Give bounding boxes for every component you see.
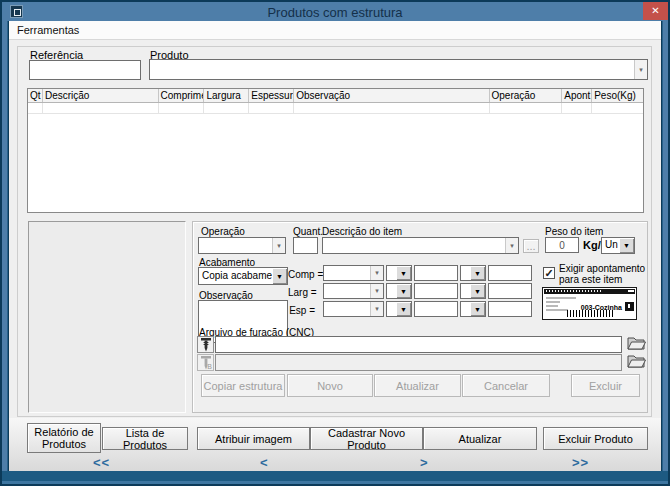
column-header-observacao[interactable]: Observação — [294, 89, 489, 102]
etiqueta-square — [625, 302, 634, 311]
excluir-item-button[interactable]: Excluir — [571, 374, 640, 397]
peso-input[interactable] — [545, 237, 579, 253]
chevron-down-icon[interactable]: ▼ — [272, 268, 287, 284]
acabamento-combo[interactable]: Copia acabamento ▼ — [198, 267, 288, 285]
larg-combo-3[interactable]: ▼ — [460, 283, 486, 299]
comp-combo-3[interactable]: ▼ — [460, 265, 486, 281]
operacao-combo[interactable]: ▾ — [198, 237, 286, 254]
esp-input-2[interactable] — [488, 301, 532, 317]
esp-combo-3[interactable]: ▼ — [460, 301, 486, 317]
column-header-apont[interactable]: Apont. — [562, 89, 592, 102]
lista-produtos-button[interactable]: Lista de Produtos — [102, 427, 188, 450]
nav-next-button[interactable]: > — [420, 455, 429, 470]
browse-item-button[interactable]: ... — [523, 239, 539, 253]
cancelar-button[interactable]: Cancelar — [462, 374, 550, 397]
nav-first-button[interactable]: << — [93, 455, 110, 470]
column-header-descricao[interactable]: Descrição — [43, 89, 159, 102]
table-row[interactable] — [28, 103, 643, 114]
quant-input[interactable] — [293, 237, 318, 254]
comp-label: Comp = — [288, 269, 315, 280]
atribuir-imagem-button[interactable]: Atribuir imagem — [197, 427, 310, 450]
exigir-apontamento-checkbox[interactable]: ✓ — [543, 267, 555, 279]
column-header-peso[interactable]: Peso(Kg) — [592, 89, 643, 102]
app-window: Produtos com estrutura ✕ Ferramentas Ref… — [0, 0, 670, 486]
chevron-down-icon[interactable]: ▼ — [396, 284, 411, 298]
larg-input-2[interactable] — [488, 283, 532, 299]
drill-tool-button-bottom[interactable]: B — [197, 354, 214, 371]
exigir-apontamento-label-1: Exigir apontamento — [559, 263, 645, 274]
column-header-operacao[interactable]: Operação — [490, 89, 563, 102]
cnc-file-input-bottom — [215, 354, 622, 371]
chevron-down-icon[interactable]: ▾ — [634, 60, 647, 79]
chevron-down-icon[interactable]: ▼ — [619, 238, 634, 253]
chevron-down-icon[interactable]: ▾ — [370, 266, 383, 280]
comp-combo-1[interactable]: ▾ — [323, 265, 384, 281]
descricao-item-label: Descrição do item — [322, 226, 402, 237]
excluir-produto-button[interactable]: Excluir Produto — [543, 427, 648, 450]
comp-input-2[interactable] — [488, 265, 532, 281]
operacao-label: Operação — [201, 226, 245, 237]
chevron-down-icon[interactable]: ▼ — [396, 266, 411, 280]
comp-input-1[interactable] — [414, 265, 458, 281]
esp-combo-2[interactable]: ▼ — [386, 301, 412, 317]
copiar-estrutura-button[interactable]: Copiar estrutura — [201, 374, 285, 397]
chevron-down-icon[interactable]: ▾ — [370, 302, 383, 316]
comp-combo-2[interactable]: ▼ — [386, 265, 412, 281]
column-header-largura[interactable]: Largura — [204, 89, 249, 102]
peso-item-label: Peso do item — [545, 226, 603, 237]
title-bar[interactable]: Produtos com estrutura ✕ — [2, 2, 668, 21]
etiqueta-header — [544, 289, 635, 294]
unidade-combo[interactable]: Un ▼ — [601, 237, 635, 254]
chevron-down-icon[interactable]: ▼ — [396, 302, 411, 316]
etiqueta-header-box — [628, 290, 634, 292]
window-border-bottom — [2, 471, 668, 481]
product-image-box[interactable] — [28, 221, 186, 413]
chevron-down-icon[interactable]: ▼ — [470, 302, 485, 316]
structure-table-header: Qt Descrição Comprimento Largura Espessu… — [28, 89, 643, 103]
drill-tool-button-top[interactable] — [197, 336, 214, 353]
esp-input-1[interactable] — [414, 301, 458, 317]
larg-input-1[interactable] — [414, 283, 458, 299]
column-header-qt[interactable]: Qt — [28, 89, 43, 102]
browse-cnc-top-button[interactable] — [626, 333, 647, 352]
window-border-right — [662, 21, 668, 473]
menu-ferramentas[interactable]: Ferramentas — [9, 21, 87, 40]
close-button[interactable]: ✕ — [643, 2, 668, 20]
produto-combo[interactable]: ▾ — [149, 59, 648, 80]
menu-bar: Ferramentas — [9, 21, 661, 40]
check-icon: ✓ — [544, 267, 553, 279]
etiqueta-preview: 003-Cozinha — [542, 287, 637, 320]
peso-unit-separator: Kg/ — [583, 239, 601, 251]
esp-combo-1[interactable]: ▾ — [323, 301, 384, 317]
window-title: Produtos com estrutura — [2, 5, 668, 20]
column-header-espessura[interactable]: Espessura — [249, 89, 294, 102]
chevron-down-icon[interactable]: ▾ — [370, 284, 383, 298]
produto-combo-value — [150, 60, 634, 79]
chevron-down-icon[interactable]: ▼ — [470, 266, 485, 280]
nav-last-button[interactable]: >> — [572, 455, 589, 470]
item-editor-group: Operação ▾ Quant. Descrição do item ▾ ..… — [192, 221, 648, 413]
relatorio-produtos-button[interactable]: Relatório de Produtos — [27, 423, 101, 453]
atualizar-produto-button[interactable]: Atualizar — [423, 427, 537, 450]
unidade-combo-value: Un — [602, 238, 619, 253]
browse-cnc-bottom-button[interactable] — [626, 351, 647, 370]
cnc-file-input-top[interactable] — [215, 336, 622, 353]
novo-button[interactable]: Novo — [287, 374, 373, 397]
descricao-item-combo[interactable]: ▾ — [322, 237, 519, 254]
esp-label: Esp = — [288, 305, 315, 316]
larg-combo-1[interactable]: ▾ — [323, 283, 384, 299]
larg-combo-2[interactable]: ▼ — [386, 283, 412, 299]
window-border-left — [2, 21, 8, 473]
barcode — [567, 310, 613, 317]
nav-prev-button[interactable]: < — [260, 455, 269, 470]
column-header-comprimento[interactable]: Comprimento — [159, 89, 205, 102]
atualizar-item-button[interactable]: Atualizar — [374, 374, 461, 397]
chevron-down-icon[interactable]: ▼ — [470, 284, 485, 298]
cadastrar-novo-produto-button[interactable]: Cadastrar Novo Produto — [310, 427, 423, 450]
folder-icon — [627, 335, 646, 350]
chevron-down-icon[interactable]: ▾ — [505, 238, 518, 253]
larg-label: Larg = — [288, 287, 315, 298]
chevron-down-icon[interactable]: ▾ — [272, 238, 285, 253]
referencia-input[interactable] — [29, 60, 141, 80]
exigir-apontamento-label-2: para este item — [559, 274, 622, 285]
